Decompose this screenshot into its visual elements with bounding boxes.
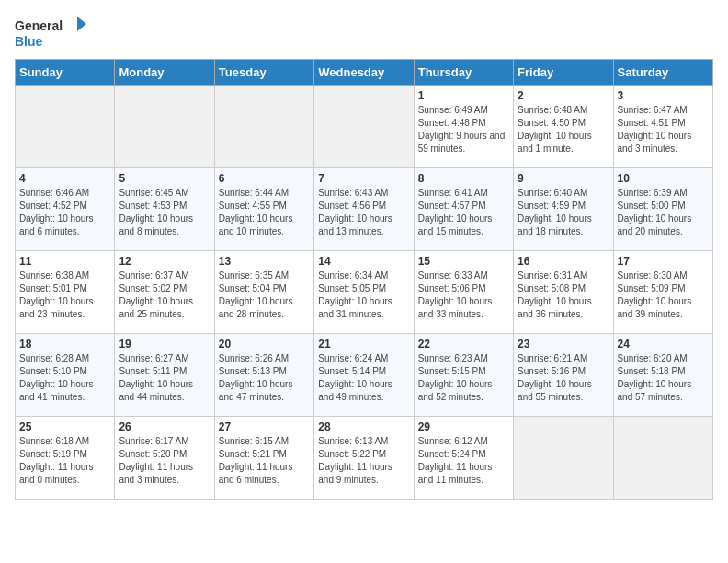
day-cell: 10Sunrise: 6:39 AMSunset: 5:00 PMDayligh… [613, 168, 712, 251]
day-info: Sunrise: 6:12 AMSunset: 5:24 PMDaylight:… [418, 435, 509, 487]
header-tuesday: Tuesday [214, 60, 313, 86]
day-info: Sunrise: 6:37 AMSunset: 5:02 PMDaylight:… [119, 270, 210, 321]
day-cell: 13Sunrise: 6:35 AMSunset: 5:04 PMDayligh… [214, 251, 313, 334]
day-number: 23 [518, 338, 609, 350]
week-row-1: 1Sunrise: 6:49 AMSunset: 4:48 PMDaylight… [16, 86, 713, 168]
day-info: Sunrise: 6:35 AMSunset: 5:04 PMDaylight:… [219, 270, 310, 321]
svg-text:Blue: Blue [15, 34, 43, 49]
day-info: Sunrise: 6:26 AMSunset: 5:13 PMDaylight:… [219, 352, 310, 404]
day-cell: 20Sunrise: 6:26 AMSunset: 5:13 PMDayligh… [214, 334, 313, 417]
day-cell: 21Sunrise: 6:24 AMSunset: 5:14 PMDayligh… [314, 334, 414, 417]
day-info: Sunrise: 6:40 AMSunset: 4:59 PMDaylight:… [518, 187, 609, 238]
day-number: 10 [618, 172, 709, 185]
day-cell [115, 86, 214, 168]
day-info: Sunrise: 6:31 AMSunset: 5:08 PMDaylight:… [518, 270, 609, 321]
day-number: 1 [418, 89, 509, 102]
day-cell: 28Sunrise: 6:13 AMSunset: 5:22 PMDayligh… [314, 417, 414, 500]
day-info: Sunrise: 6:18 AMSunset: 5:19 PMDaylight:… [19, 435, 110, 487]
day-number: 21 [318, 338, 409, 350]
day-cell [613, 417, 712, 500]
day-number: 29 [418, 420, 509, 433]
day-info: Sunrise: 6:28 AMSunset: 5:10 PMDaylight:… [19, 352, 110, 404]
day-number: 13 [219, 255, 310, 268]
day-cell: 29Sunrise: 6:12 AMSunset: 5:24 PMDayligh… [414, 417, 513, 500]
header-sunday: Sunday [16, 60, 115, 86]
day-cell [16, 86, 115, 168]
day-info: Sunrise: 6:38 AMSunset: 5:01 PMDaylight:… [19, 270, 110, 321]
calendar-header-row: SundayMondayTuesdayWednesdayThursdayFrid… [16, 60, 713, 86]
day-info: Sunrise: 6:34 AMSunset: 5:05 PMDaylight:… [318, 270, 409, 321]
day-number: 19 [119, 338, 210, 350]
day-cell [514, 417, 613, 500]
day-cell: 27Sunrise: 6:15 AMSunset: 5:21 PMDayligh… [214, 417, 313, 500]
day-info: Sunrise: 6:39 AMSunset: 5:00 PMDaylight:… [618, 187, 709, 238]
day-cell: 18Sunrise: 6:28 AMSunset: 5:10 PMDayligh… [16, 334, 115, 417]
calendar-table: SundayMondayTuesdayWednesdayThursdayFrid… [15, 59, 713, 500]
day-number: 6 [219, 172, 310, 185]
day-number: 3 [618, 89, 709, 102]
day-info: Sunrise: 6:49 AMSunset: 4:48 PMDaylight:… [418, 104, 509, 155]
logo: GeneralBlue [15, 15, 88, 52]
week-row-3: 11Sunrise: 6:38 AMSunset: 5:01 PMDayligh… [16, 251, 713, 334]
day-cell: 6Sunrise: 6:44 AMSunset: 4:55 PMDaylight… [214, 168, 313, 251]
day-number: 25 [19, 420, 110, 433]
week-row-5: 25Sunrise: 6:18 AMSunset: 5:19 PMDayligh… [16, 417, 713, 500]
day-cell: 1Sunrise: 6:49 AMSunset: 4:48 PMDaylight… [414, 86, 513, 168]
day-cell: 19Sunrise: 6:27 AMSunset: 5:11 PMDayligh… [115, 334, 214, 417]
day-number: 24 [618, 338, 709, 350]
day-cell: 12Sunrise: 6:37 AMSunset: 5:02 PMDayligh… [115, 251, 214, 334]
day-cell: 15Sunrise: 6:33 AMSunset: 5:06 PMDayligh… [414, 251, 513, 334]
day-info: Sunrise: 6:41 AMSunset: 4:57 PMDaylight:… [418, 187, 509, 238]
day-info: Sunrise: 6:27 AMSunset: 5:11 PMDaylight:… [119, 352, 210, 404]
day-number: 8 [418, 172, 509, 185]
day-number: 27 [219, 420, 310, 433]
day-number: 16 [518, 255, 609, 268]
day-number: 20 [219, 338, 310, 350]
day-cell: 9Sunrise: 6:40 AMSunset: 4:59 PMDaylight… [514, 168, 613, 251]
day-info: Sunrise: 6:20 AMSunset: 5:18 PMDaylight:… [618, 352, 709, 404]
day-cell: 22Sunrise: 6:23 AMSunset: 5:15 PMDayligh… [414, 334, 513, 417]
header-thursday: Thursday [414, 60, 513, 86]
svg-text:General: General [15, 18, 63, 33]
day-info: Sunrise: 6:21 AMSunset: 5:16 PMDaylight:… [518, 352, 609, 404]
day-number: 5 [119, 172, 210, 185]
header-saturday: Saturday [613, 60, 712, 86]
day-cell [214, 86, 313, 168]
day-number: 7 [318, 172, 409, 185]
day-cell: 17Sunrise: 6:30 AMSunset: 5:09 PMDayligh… [613, 251, 712, 334]
day-cell: 4Sunrise: 6:46 AMSunset: 4:52 PMDaylight… [16, 168, 115, 251]
day-info: Sunrise: 6:15 AMSunset: 5:21 PMDaylight:… [219, 435, 310, 487]
header-friday: Friday [514, 60, 613, 86]
day-number: 28 [318, 420, 409, 433]
day-cell: 14Sunrise: 6:34 AMSunset: 5:05 PMDayligh… [314, 251, 414, 334]
day-info: Sunrise: 6:13 AMSunset: 5:22 PMDaylight:… [318, 435, 409, 487]
day-cell: 3Sunrise: 6:47 AMSunset: 4:51 PMDaylight… [613, 86, 712, 168]
day-number: 9 [518, 172, 609, 185]
day-number: 15 [418, 255, 509, 268]
day-info: Sunrise: 6:44 AMSunset: 4:55 PMDaylight:… [219, 187, 310, 238]
header-wednesday: Wednesday [314, 60, 414, 86]
day-number: 4 [19, 172, 110, 185]
logo-svg: GeneralBlue [15, 15, 88, 52]
day-info: Sunrise: 6:30 AMSunset: 5:09 PMDaylight:… [618, 270, 709, 321]
day-info: Sunrise: 6:23 AMSunset: 5:15 PMDaylight:… [418, 352, 509, 404]
day-cell: 11Sunrise: 6:38 AMSunset: 5:01 PMDayligh… [16, 251, 115, 334]
day-cell: 16Sunrise: 6:31 AMSunset: 5:08 PMDayligh… [514, 251, 613, 334]
day-number: 17 [618, 255, 709, 268]
day-info: Sunrise: 6:46 AMSunset: 4:52 PMDaylight:… [19, 187, 110, 238]
day-cell: 2Sunrise: 6:48 AMSunset: 4:50 PMDaylight… [514, 86, 613, 168]
day-info: Sunrise: 6:17 AMSunset: 5:20 PMDaylight:… [119, 435, 210, 487]
header-monday: Monday [115, 60, 214, 86]
day-cell [314, 86, 414, 168]
day-number: 2 [518, 89, 609, 102]
page-header: GeneralBlue [15, 15, 713, 52]
day-cell: 5Sunrise: 6:45 AMSunset: 4:53 PMDaylight… [115, 168, 214, 251]
day-number: 18 [19, 338, 110, 350]
day-info: Sunrise: 6:43 AMSunset: 4:56 PMDaylight:… [318, 187, 409, 238]
day-cell: 26Sunrise: 6:17 AMSunset: 5:20 PMDayligh… [115, 417, 214, 500]
day-number: 22 [418, 338, 509, 350]
day-number: 11 [19, 255, 110, 268]
day-number: 14 [318, 255, 409, 268]
week-row-2: 4Sunrise: 6:46 AMSunset: 4:52 PMDaylight… [16, 168, 713, 251]
day-info: Sunrise: 6:33 AMSunset: 5:06 PMDaylight:… [418, 270, 509, 321]
